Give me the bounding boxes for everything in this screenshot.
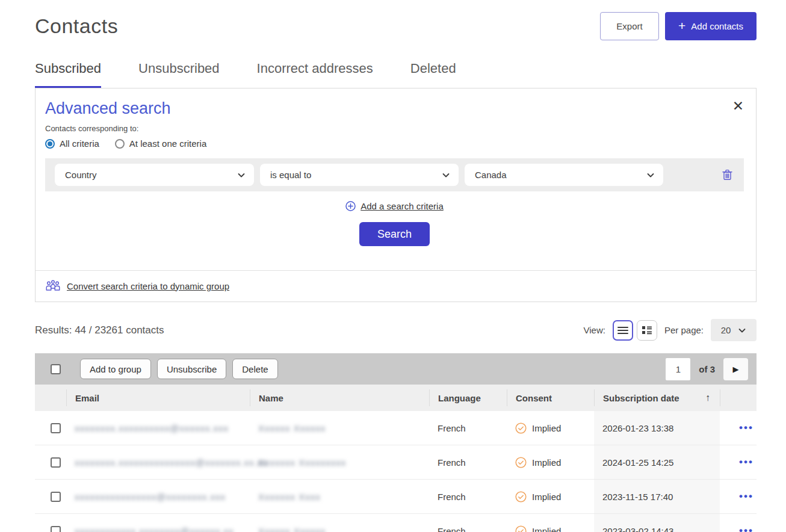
subscription-date: 2023-03-02 14:43	[594, 514, 720, 532]
convert-to-dynamic-group-link[interactable]: Convert search criteria to dynamic group	[67, 281, 229, 291]
contact-consent: Implied	[507, 457, 594, 468]
table-row: xxxxxxxxxxxx.xxxxxxxx@xxxxxx.xx Xxxxxx X…	[35, 514, 757, 532]
criteria-field-select[interactable]: Country	[55, 164, 254, 186]
page-title: Contacts	[35, 14, 118, 38]
add-to-group-button[interactable]: Add to group	[80, 359, 151, 379]
consent-check-icon	[515, 457, 527, 468]
delete-button[interactable]: Delete	[232, 359, 277, 379]
contact-email-redacted: xxxxxxxx.xxxxxxxxxx@xxxxxx.xxx	[75, 423, 229, 433]
consent-label: Implied	[532, 492, 561, 502]
header-consent: Consent	[507, 389, 594, 406]
add-search-criteria-link[interactable]: Add a search criteria	[361, 201, 444, 211]
contact-name-redacted: Xxxxxx Xxxxxx	[258, 526, 326, 532]
page-number-input[interactable]	[666, 358, 690, 380]
contacts-table: Add to group Unsubscribe Delete of 3 ▶ E…	[35, 353, 757, 532]
consent-check-icon	[515, 491, 527, 503]
chevron-down-icon	[738, 326, 746, 335]
header-name: Name	[250, 389, 429, 406]
delete-criteria-button[interactable]	[722, 169, 732, 181]
header-language: Language	[429, 389, 507, 406]
row-actions-menu[interactable]: •••	[728, 525, 754, 532]
tab-deleted[interactable]: Deleted	[410, 61, 456, 88]
subscription-date: 2023-11-15 17:40	[594, 480, 720, 513]
chevron-down-icon	[646, 171, 655, 179]
header-email: Email	[66, 389, 250, 406]
criteria-value-select[interactable]: Canada	[465, 164, 663, 186]
unsubscribe-button[interactable]: Unsubscribe	[157, 359, 226, 379]
contact-language: French	[429, 423, 507, 433]
contact-email-redacted: xxxxxxxx.xxxxxxxxxxxxxxx@xxxxxxx.xx.xx	[75, 457, 268, 468]
results-count: Results: 44 / 23261 contacts	[35, 324, 164, 336]
tab-incorrect-addresses[interactable]: Incorrect addresses	[257, 61, 373, 88]
consent-label: Implied	[532, 457, 561, 468]
header-subscription-date[interactable]: Subscription date ↑	[594, 389, 720, 406]
group-icon	[45, 280, 61, 292]
contact-name-redacted: Xxxxxx Xxxxxx	[258, 423, 326, 433]
convert-row: Convert search criteria to dynamic group	[36, 270, 756, 302]
per-page-select[interactable]: 20	[711, 319, 757, 341]
row-actions-menu[interactable]: •••	[728, 456, 754, 468]
tab-unsubscribed[interactable]: Unsubscribed	[138, 61, 220, 88]
radio-unselected-icon	[115, 139, 125, 149]
header-actions-spacer	[720, 389, 757, 406]
table-row: xxxxxxxxxxxxxxxx@xxxxxxxx.xxx Xxxxxxx Xx…	[35, 480, 757, 514]
row-checkbox[interactable]	[51, 457, 61, 468]
advanced-search-title: Advanced search	[45, 99, 744, 118]
card-view-button[interactable]	[637, 320, 657, 341]
contact-language: French	[429, 526, 507, 532]
sort-ascending-icon[interactable]: ↑	[705, 392, 710, 403]
radio-all-criteria-label: All criteria	[60, 138, 99, 149]
row-checkbox[interactable]	[51, 492, 61, 502]
next-page-button[interactable]: ▶	[723, 358, 748, 380]
row-actions-menu[interactable]: •••	[728, 490, 754, 502]
consent-label: Implied	[532, 423, 561, 433]
select-all-checkbox[interactable]	[51, 364, 61, 374]
advanced-search-panel: ✕ Advanced search Contacts corresponding…	[35, 88, 757, 302]
next-page-icon: ▶	[733, 365, 739, 374]
view-label: View:	[584, 325, 605, 335]
header-subscription-date-label: Subscription date	[603, 393, 679, 403]
contact-language: French	[429, 492, 507, 502]
consent-check-icon	[515, 422, 527, 434]
criteria-operator-select[interactable]: is equal to	[260, 164, 459, 186]
pagination: of 3 ▶	[666, 358, 748, 380]
header-checkbox-spacer	[35, 389, 66, 406]
add-contacts-button[interactable]: + Add contacts	[665, 12, 757, 40]
table-row: xxxxxxxx.xxxxxxxxxx@xxxxxx.xxx Xxxxxx Xx…	[35, 411, 757, 445]
tab-subscribed[interactable]: Subscribed	[35, 61, 101, 88]
card-view-icon	[642, 326, 652, 335]
circle-plus-icon	[345, 201, 356, 211]
table-row: xxxxxxxx.xxxxxxxxxxxxxxx@xxxxxxx.xx.xx X…	[35, 445, 757, 480]
per-page-label: Per page:	[664, 325, 704, 335]
header-actions: Export + Add contacts	[600, 12, 757, 40]
row-checkbox[interactable]	[51, 423, 61, 433]
chevron-down-icon	[442, 171, 450, 179]
radio-at-least-one-criteria[interactable]: At least one criteria	[115, 138, 206, 149]
page-count-label: of 3	[699, 364, 715, 374]
list-view-button[interactable]	[613, 320, 633, 341]
row-checkbox[interactable]	[51, 526, 61, 532]
corresponding-label: Contacts corresponding to:	[45, 124, 744, 133]
chevron-down-icon	[237, 171, 246, 179]
contact-email-redacted: xxxxxxxxxxxx.xxxxxxxx@xxxxxx.xx	[75, 526, 234, 532]
add-contacts-label: Add contacts	[691, 21, 743, 31]
add-criteria-row: Add a search criteria	[45, 201, 744, 211]
subscription-date: 2026-01-23 13:38	[594, 411, 720, 445]
radio-selected-icon	[45, 139, 55, 149]
radio-at-least-one-label: At least one criteria	[129, 138, 206, 149]
close-icon[interactable]: ✕	[732, 99, 744, 113]
contact-name-redacted: Xxxxxxx Xxxxxxxxx	[258, 457, 346, 468]
list-view-icon	[617, 326, 628, 335]
results-bar: Results: 44 / 23261 contacts View:	[35, 319, 757, 341]
plus-icon: +	[678, 19, 685, 32]
radio-all-criteria[interactable]: All criteria	[45, 138, 99, 149]
criteria-field-value: Country	[65, 170, 97, 180]
trash-icon	[722, 169, 732, 181]
row-actions-menu[interactable]: •••	[728, 422, 754, 433]
contact-consent: Implied	[507, 491, 594, 503]
search-button[interactable]: Search	[359, 222, 430, 246]
export-button[interactable]: Export	[600, 12, 659, 40]
contacts-tabs: Subscribed Unsubscribed Incorrect addres…	[35, 61, 757, 88]
contacts-page: Contacts Export + Add contacts Subscribe…	[0, 12, 786, 532]
criteria-value-value: Canada	[475, 170, 507, 180]
